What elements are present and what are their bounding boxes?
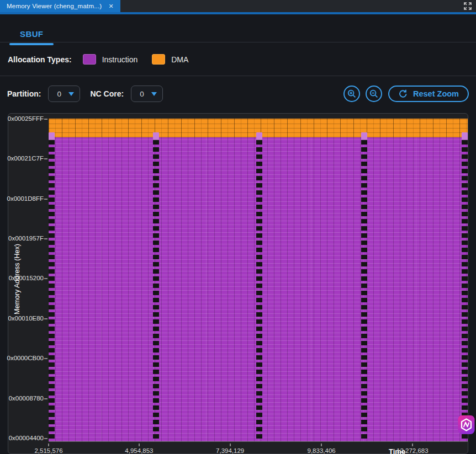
reset-zoom-label: Reset Zoom xyxy=(413,89,459,98)
close-icon[interactable]: ✕ xyxy=(107,3,114,10)
unallocated-gap-column xyxy=(49,140,55,441)
gap-column-cap xyxy=(153,132,159,140)
x-tick-label: 4,954,853 xyxy=(125,447,153,454)
dma-color-swatch xyxy=(152,54,165,65)
reset-zoom-button[interactable]: Reset Zoom xyxy=(388,86,469,102)
tab-sbuf[interactable]: SBUF xyxy=(20,22,43,44)
zoom-out-button[interactable] xyxy=(366,86,382,102)
x-tick-mark xyxy=(230,444,231,446)
x-tick-mark xyxy=(412,444,413,446)
gap-column-cap xyxy=(256,132,262,140)
chevron-down-icon xyxy=(151,92,157,96)
legend-item-instruction: Instruction xyxy=(83,54,138,65)
partition-label: Partition: xyxy=(7,89,41,98)
chart-controls: Partition: 0 NC Core: 0 xyxy=(0,77,476,111)
tab-memory-viewer[interactable]: Memory Viewer (cheng_matm...) ✕ xyxy=(0,0,120,12)
nc-core-select[interactable]: 0 xyxy=(131,86,163,102)
y-tick-label: 0x00025FFF xyxy=(8,115,47,122)
chevron-down-icon xyxy=(68,92,74,96)
x-tick-mark xyxy=(139,444,140,446)
unallocated-gap-column xyxy=(361,140,367,441)
instruction-color-swatch xyxy=(83,54,96,65)
viewer-tab-row: SBUF xyxy=(0,22,476,42)
gap-column-cap xyxy=(462,132,468,140)
zoom-in-icon xyxy=(347,89,357,99)
x-tick-mark xyxy=(321,444,322,446)
y-tick-label: 0x00021C7F xyxy=(7,155,47,162)
x-tick-label: 7,394,129 xyxy=(216,447,244,454)
y-tick-label: 0x00008780 xyxy=(9,395,47,402)
x-axis-title: Time xyxy=(389,447,405,454)
unallocated-gap-column xyxy=(462,140,468,441)
active-tab-accent-border xyxy=(0,12,476,14)
tab-sbuf-label: SBUF xyxy=(20,29,43,39)
legend-instruction-label: Instruction xyxy=(102,55,138,64)
x-axis: Time 2,515,5764,954,8537,394,1299,833,40… xyxy=(49,442,468,454)
x-tick-label: 2,515,576 xyxy=(34,447,62,454)
plot-area[interactable] xyxy=(49,119,468,442)
y-tick-label: 0x0000CB00 xyxy=(7,355,48,361)
unallocated-gap-column xyxy=(153,140,159,441)
neuron-profiler-logo[interactable] xyxy=(458,415,475,435)
x-tick-label: 9,833,406 xyxy=(308,447,336,454)
partition-select[interactable]: 0 xyxy=(48,86,80,102)
tab-title: Memory Viewer (cheng_matm...) xyxy=(7,3,102,9)
y-tick-label: 0x00015200 xyxy=(9,275,47,281)
memory-viewer-window: Memory Viewer (cheng_matm...) ✕ SBUF All… xyxy=(0,0,476,454)
y-tick-label: 0x00010E80 xyxy=(8,315,47,322)
refresh-icon xyxy=(398,89,408,99)
nc-core-value: 0 xyxy=(140,90,144,98)
legend-dma-label: DMA xyxy=(171,55,188,64)
y-tick-label: 0x0001957F xyxy=(8,235,47,242)
zoom-in-button[interactable] xyxy=(343,86,360,102)
zoom-out-icon xyxy=(369,89,379,99)
y-axis-labels: 0x00025FFF0x00021C7F0x0001D8FF0x0001957F… xyxy=(8,119,47,442)
editor-tab-bar: Memory Viewer (cheng_matm...) ✕ xyxy=(0,0,476,12)
memory-allocation-chart[interactable]: Memory Address (Hex) 0x00025FFF0x00021C7… xyxy=(8,113,468,454)
legend-item-dma: DMA xyxy=(152,54,188,65)
legend-title: Allocation Types: xyxy=(8,55,72,64)
fullscreen-icon[interactable] xyxy=(463,2,472,10)
unallocated-gap-column xyxy=(256,140,262,441)
nc-core-label: NC Core: xyxy=(90,89,124,98)
gap-column-cap xyxy=(361,132,367,140)
allocation-legend: Allocation Types: Instruction DMA xyxy=(0,43,476,76)
y-tick-label: 0x0001D8FF xyxy=(7,195,47,202)
x-tick-mark xyxy=(48,444,49,446)
y-tick-label: 0x00004400 xyxy=(9,435,47,441)
gap-column-cap xyxy=(49,132,55,140)
partition-value: 0 xyxy=(57,90,61,98)
